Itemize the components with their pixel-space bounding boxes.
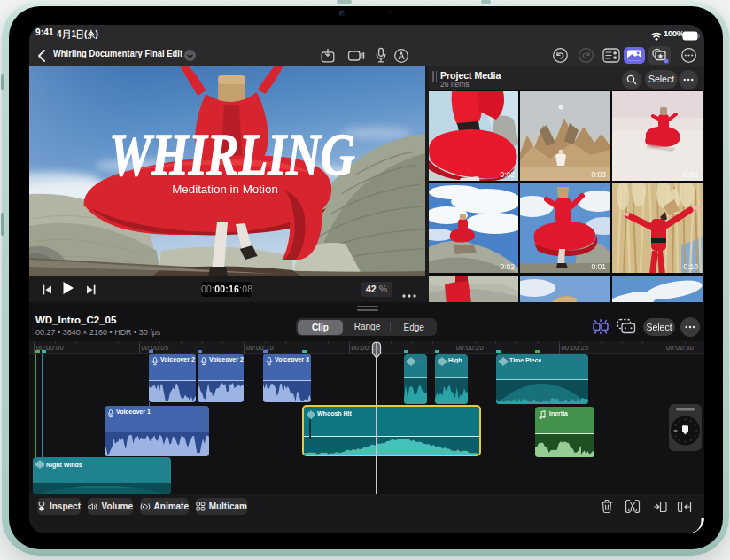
svg-text:4: 4 — [57, 29, 62, 39]
svg-text:1: 1 — [72, 29, 77, 39]
svg-text:(: ( — [84, 29, 88, 39]
svg-text:0:03: 0:03 — [591, 170, 606, 179]
svg-text:Meditation in Motion: Meditation in Motion — [172, 183, 278, 196]
svg-text:0:01: 0:01 — [591, 262, 606, 271]
svg-text:0:10: 0:10 — [683, 262, 698, 271]
svg-text:0:02: 0:02 — [500, 170, 515, 179]
svg-text:WHIRLING: WHIRLING — [109, 121, 355, 188]
svg-text:): ) — [96, 29, 98, 39]
svg-text:0:02: 0:02 — [683, 170, 698, 179]
svg-text:0:02: 0:02 — [500, 262, 515, 271]
